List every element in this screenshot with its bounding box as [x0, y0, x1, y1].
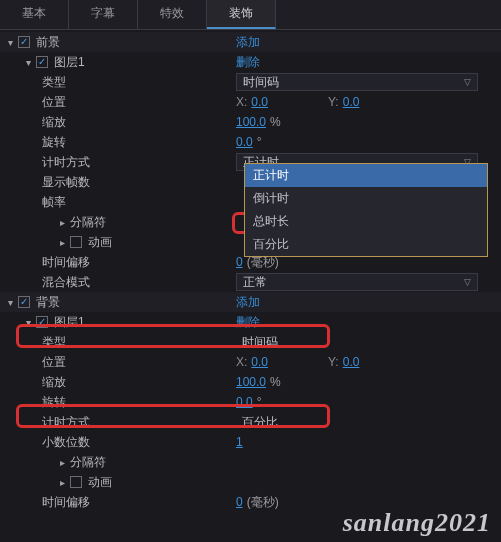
chevron-down-icon[interactable]: ▾ [22, 317, 34, 328]
section-bg: 背景 [34, 294, 60, 311]
bg-layer1: 图层1 [52, 314, 85, 331]
delete-fg-layer1[interactable]: 删除 [236, 54, 260, 71]
watermark: sanlang2021 [343, 508, 491, 538]
prop-rotation: 旋转 [40, 134, 66, 151]
pct-suffix: % [270, 115, 281, 129]
pos-x-bg[interactable]: 0.0 [251, 355, 268, 369]
offset-bg[interactable]: 0 [236, 495, 243, 509]
blend-select-fg[interactable]: 正常▽ [236, 273, 478, 291]
y-label: Y: [328, 95, 339, 109]
prop-time-offset: 时间偏移 [40, 254, 90, 271]
chevron-right-icon[interactable]: ▸ [56, 477, 68, 488]
type-select-fg[interactable]: 时间码▽ [236, 73, 478, 91]
prop-separator-bg: 分隔符 [68, 454, 106, 471]
pos-y-fg[interactable]: 0.0 [343, 95, 360, 109]
checkbox-layer[interactable]: ✓ [36, 56, 48, 68]
timing-dropdown[interactable]: 正计时 倒计时 总时长 百分比 [244, 163, 488, 257]
add-bg[interactable]: 添加 [236, 294, 260, 311]
scale-bg[interactable]: 100.0 [236, 375, 266, 389]
prop-timing-bg: 计时方式 [40, 414, 90, 431]
x-label-bg: X: [236, 355, 247, 369]
prop-show-frames: 显示帧数 [40, 174, 90, 191]
option-count-up[interactable]: 正计时 [245, 164, 487, 187]
chevron-right-icon[interactable]: ▸ [56, 237, 68, 248]
checkbox-anim-bg[interactable]: ✓ [70, 476, 82, 488]
option-total-duration[interactable]: 总时长 [245, 210, 487, 233]
rotation-fg[interactable]: 0.0 [236, 135, 253, 149]
chevron-down-icon[interactable]: ▾ [4, 37, 16, 48]
delete-bg-layer1[interactable]: 删除 [236, 314, 260, 331]
type-select-bg[interactable]: 时间码 [236, 333, 478, 351]
pct-suffix-bg: % [270, 375, 281, 389]
prop-rotation-bg: 旋转 [40, 394, 66, 411]
chevron-right-icon[interactable]: ▸ [56, 457, 68, 468]
prop-animation-bg: 动画 [86, 474, 112, 491]
add-fg[interactable]: 添加 [236, 34, 260, 51]
prop-frame-rate: 帧率 [40, 194, 66, 211]
chevron-right-icon[interactable]: ▸ [56, 217, 68, 228]
deg-suffix: ° [257, 135, 262, 149]
prop-blend: 混合模式 [40, 274, 90, 291]
checkbox-fg[interactable]: ✓ [18, 36, 30, 48]
option-percent[interactable]: 百分比 [245, 233, 487, 256]
pos-x-fg[interactable]: 0.0 [251, 95, 268, 109]
timing-select-bg[interactable]: 百分比 [236, 413, 478, 431]
ms-suffix-bg: (毫秒) [247, 494, 279, 511]
section-fg: 前景 [34, 34, 60, 51]
tab-subtitle[interactable]: 字幕 [69, 0, 138, 29]
offset-fg[interactable]: 0 [236, 255, 243, 269]
checkbox-bg[interactable]: ✓ [18, 296, 30, 308]
chevron-down-icon[interactable]: ▾ [22, 57, 34, 68]
x-label: X: [236, 95, 247, 109]
tab-basic[interactable]: 基本 [0, 0, 69, 29]
chevron-down-icon: ▽ [464, 277, 471, 287]
y-label-bg: Y: [328, 355, 339, 369]
prop-animation: 动画 [86, 234, 112, 251]
prop-scale: 缩放 [40, 114, 66, 131]
prop-position: 位置 [40, 94, 66, 111]
decimals-bg[interactable]: 1 [236, 435, 243, 449]
option-count-down[interactable]: 倒计时 [245, 187, 487, 210]
prop-separator: 分隔符 [68, 214, 106, 231]
rotation-bg[interactable]: 0.0 [236, 395, 253, 409]
prop-scale-bg: 缩放 [40, 374, 66, 391]
chevron-down-icon[interactable]: ▾ [4, 297, 16, 308]
prop-time-offset-bg: 时间偏移 [40, 494, 90, 511]
prop-position-bg: 位置 [40, 354, 66, 371]
deg-suffix-bg: ° [257, 395, 262, 409]
checkbox-layer-bg[interactable]: ✓ [36, 316, 48, 328]
chevron-down-icon: ▽ [464, 77, 471, 87]
prop-type: 类型 [40, 74, 66, 91]
prop-type-bg: 类型 [40, 334, 66, 351]
tab-fx[interactable]: 特效 [138, 0, 207, 29]
tab-deco[interactable]: 装饰 [207, 0, 276, 29]
checkbox-anim[interactable]: ✓ [70, 236, 82, 248]
pos-y-bg[interactable]: 0.0 [343, 355, 360, 369]
prop-decimals: 小数位数 [40, 434, 90, 451]
fg-layer1: 图层1 [52, 54, 85, 71]
prop-timing: 计时方式 [40, 154, 90, 171]
scale-fg[interactable]: 100.0 [236, 115, 266, 129]
